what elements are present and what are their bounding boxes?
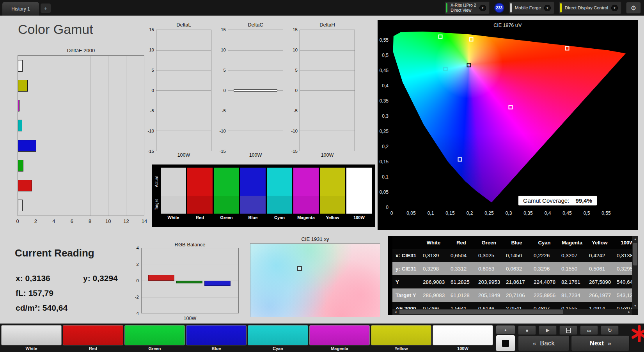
save-button[interactable]: [559, 325, 577, 335]
gridline: [300, 70, 355, 71]
table-row[interactable]: y: CIE310,32980,33120,60530,06320,32960,…: [392, 262, 632, 275]
meter-status-indicator: [446, 3, 447, 12]
scroll-up-arrow[interactable]: ▲: [632, 236, 638, 242]
pattern-button-green[interactable]: Green: [124, 325, 185, 351]
swatch-label: 100W: [346, 214, 372, 221]
gamut-coverage-label: Gamut Coverage:: [523, 197, 569, 204]
cell: 0,3138: [614, 249, 632, 262]
table-row[interactable]: Target Y286,908361,0128205,184920,710622…: [392, 288, 632, 302]
vertical-scrollbar[interactable]: ▲ ▼: [632, 236, 638, 309]
pattern-button-magenta[interactable]: Magenta: [309, 325, 370, 351]
chart-title-delta-e: DeltaE 2000: [18, 48, 144, 53]
gridline: [90, 56, 90, 216]
cell: 61,0128: [447, 288, 475, 302]
gridline: [142, 297, 238, 297]
axis-tick-label: 15: [149, 27, 154, 32]
cell: 61,2825: [447, 275, 475, 288]
cell: 0,3207: [558, 249, 586, 262]
refresh-button[interactable]: ↻: [601, 325, 619, 335]
bar-100w: [234, 89, 277, 92]
play-button[interactable]: ▶: [539, 325, 557, 335]
bar-red: [18, 180, 32, 191]
meter-selector[interactable]: X-Rite i1Pro 2 Direct View ▼: [445, 2, 489, 14]
pattern-color: [371, 325, 431, 345]
gridline: [156, 131, 211, 131]
target-swatch: [214, 196, 239, 214]
axis-tick-label: 0,25: [484, 210, 493, 216]
axis-tick-label: 4: [137, 246, 139, 250]
current-reading-heading: Current Reading: [15, 247, 94, 259]
table-row[interactable]: ΔE 20000,52661,56410,61462,05410,48070,1…: [392, 302, 632, 309]
horizontal-scroll-thumb[interactable]: [399, 310, 563, 314]
stop-button[interactable]: ■: [518, 325, 536, 335]
pattern-window-button[interactable]: [496, 335, 515, 351]
chevron-down-icon[interactable]: ▼: [544, 5, 551, 11]
scroll-down-arrow[interactable]: ▼: [632, 303, 638, 309]
pattern-source-name: Mobile Forge: [515, 5, 541, 10]
swatch-label: White: [161, 214, 186, 221]
axis-tick-label: 0,15: [445, 210, 454, 216]
table-row[interactable]: Y286,908361,2825203,995321,8617224,40788…: [392, 275, 632, 288]
axis-tick-label: -2: [135, 295, 139, 299]
axis-tick-label: -15: [147, 149, 154, 154]
pattern-button-red[interactable]: Red: [63, 325, 123, 351]
table-row[interactable]: x: CIE310,31390,65040,30250,14500,22260,…: [392, 249, 632, 262]
pattern-label: Blue: [186, 346, 247, 351]
back-button[interactable]: « Back: [518, 335, 569, 351]
new-tab-button[interactable]: +: [41, 4, 51, 13]
settings-button[interactable]: ⚙: [626, 2, 641, 14]
x-axis-label: 100W: [218, 152, 283, 158]
horizontal-scrollbar[interactable]: ◄ ►: [392, 309, 632, 315]
next-button[interactable]: Next »: [571, 335, 630, 351]
chart-title-cie31: CIE 1931 xy: [250, 236, 380, 242]
axis-tick-label: 0,2: [467, 210, 473, 216]
bar-red: [148, 275, 174, 281]
continuous-read-button[interactable]: ∞: [580, 325, 598, 335]
bar-green: [18, 160, 23, 172]
swatch-label: Green: [214, 214, 239, 221]
axis-tick-label: 8: [89, 218, 91, 224]
column-header: Green: [475, 236, 503, 249]
gridline: [228, 50, 283, 51]
cell: 0,6053: [475, 262, 503, 275]
target-swatch: [320, 196, 345, 214]
infinity-icon: ∞: [587, 327, 591, 334]
axis-tick-label: 2: [34, 218, 37, 224]
scroll-right-arrow[interactable]: ►: [626, 309, 632, 315]
pattern-button-cyan[interactable]: Cyan: [248, 325, 308, 351]
cell: 0,6504: [447, 249, 475, 262]
target-swatch: [187, 196, 213, 214]
chart-body: 151050-5-10-15: [218, 30, 283, 151]
chevron-down-icon[interactable]: ▼: [611, 5, 618, 11]
pattern-button-blue[interactable]: Blue: [186, 325, 247, 351]
tab-history-1[interactable]: History 1: [2, 2, 39, 16]
cell: 0,5061: [586, 262, 614, 275]
reading-y-value: 0,3294: [93, 274, 118, 283]
axis-tick-label: 10: [149, 48, 154, 52]
pattern-source-selector[interactable]: Mobile Forge ▼: [509, 2, 554, 14]
display-control-selector[interactable]: Direct Display Control ▼: [559, 2, 621, 14]
axis-tick-label: 0,45: [562, 210, 571, 216]
pattern-button-100w[interactable]: 100W: [433, 325, 493, 351]
chevron-up-icon: ▲: [504, 328, 507, 332]
swatch-column-green: Green: [214, 168, 239, 221]
axis-tick-label: 0: [16, 218, 19, 224]
pattern-button-white[interactable]: White: [1, 325, 62, 351]
column-header: White: [420, 236, 447, 249]
actual-swatch: [267, 168, 292, 196]
meter-count-badge[interactable]: 233: [494, 3, 504, 13]
cell: 0,1450: [503, 249, 530, 262]
axis-tick-label: 0,1: [428, 210, 434, 216]
axis-tick-label: -10: [219, 129, 226, 133]
pattern-source-indicator: [510, 3, 512, 12]
axis-tick-label: -5: [294, 108, 298, 113]
axis-tick-label: 15: [221, 27, 226, 32]
axis-tick-label: 0,05: [380, 189, 389, 195]
chevron-down-icon[interactable]: ▼: [479, 5, 486, 11]
vertical-scroll-thumb[interactable]: [633, 243, 637, 265]
table-gutter: [388, 236, 392, 315]
collapse-button[interactable]: ▲: [496, 325, 515, 334]
scroll-left-arrow[interactable]: ◄: [392, 309, 399, 315]
pattern-button-yellow[interactable]: Yellow: [371, 325, 431, 351]
cell: 205,1849: [475, 288, 503, 302]
